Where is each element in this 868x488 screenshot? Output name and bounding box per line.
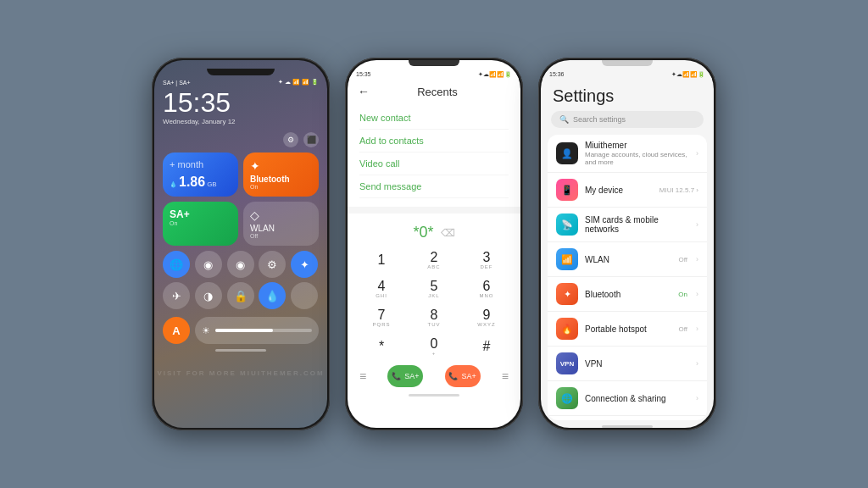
dial-num-3: 3 — [483, 251, 491, 264]
bluetooth-settings-content: Bluetooth — [585, 290, 671, 299]
recent-new-contact[interactable]: New contact — [359, 107, 509, 130]
phone1-brightness[interactable]: ☀ — [195, 317, 319, 344]
ctrl-lock[interactable]: 🔒 — [227, 282, 254, 309]
call-label-green: SA+ — [404, 372, 419, 380]
miuithemer-icon: 👤 — [556, 142, 578, 164]
phone3-home-indicator[interactable] — [602, 425, 653, 428]
recent-add-contacts[interactable]: Add to contacts — [359, 130, 509, 152]
dial-key-6[interactable]: 6 MNO — [461, 275, 512, 302]
recent-video-call[interactable]: Video call — [359, 152, 509, 175]
phone2-home-indicator[interactable] — [409, 394, 459, 396]
sim-icon: 📡 — [556, 214, 578, 236]
dial-key-2[interactable]: 2 ABC — [409, 247, 459, 274]
wlan-settings-content: WLAN — [585, 255, 671, 264]
wlan-settings-chevron: › — [696, 255, 698, 263]
ctrl-settings[interactable]: ⚙ — [259, 251, 286, 278]
phone2-display: *0* ⌫ — [348, 219, 520, 247]
watermark: VISIT FOR MORE MIUITHEMER.COM — [157, 369, 324, 377]
bluetooth-tile[interactable]: ✦ Bluetooth On — [243, 152, 319, 197]
dial-key-star[interactable]: * — [356, 333, 407, 360]
dial-extra-left[interactable]: ≡ — [359, 369, 366, 383]
data-tile-label: + month — [170, 159, 231, 169]
call-btn-green[interactable]: 📞 SA+ — [387, 365, 423, 387]
phone2-call-actions: ≡ 📞 SA+ 📞 SA+ ≡ — [348, 362, 520, 391]
phone3-notch — [602, 60, 653, 66]
ctrl-bt[interactable]: ✦ — [291, 251, 318, 278]
dial-key-0[interactable]: 0 + — [409, 333, 459, 360]
phone1-home-indicator[interactable] — [215, 349, 266, 352]
hotspot-name: Portable hotspot — [585, 324, 671, 334]
wlan-tile[interactable]: ◇ WLAN Off — [243, 202, 319, 246]
dial-num-9: 9 — [483, 308, 491, 322]
dial-num-star: * — [379, 340, 384, 353]
phone1-statusbar: SA+ | SA+ ✦ ☁ 📶 📶 🔋 — [163, 79, 319, 86]
settings-item-connection[interactable]: 🌐 Connection & sharing › — [548, 381, 707, 416]
dial-key-5[interactable]: 5 JKL — [409, 275, 459, 302]
settings-item-vpn[interactable]: VPN VPN › — [548, 347, 707, 381]
phone1-controls-row1: 🌐 ◉ ◉ ⚙ ✦ — [163, 251, 319, 278]
phone1-status-right: ✦ ☁ 📶 📶 🔋 — [278, 79, 319, 86]
phone2-icons: ✦☁📶📶🔋 — [478, 71, 512, 78]
phone-1: SA+ | SA+ ✦ ☁ 📶 📶 🔋 15:35 Wednesday, Jan… — [152, 58, 330, 430]
settings-item-miuithemer[interactable]: 👤 Miuithemer Manage accounts, cloud serv… — [548, 135, 707, 173]
phone1-avatar[interactable]: A — [163, 317, 190, 344]
hotspot-content: Portable hotspot — [585, 324, 671, 334]
data-tile[interactable]: + month 💧 1.86 GB — [163, 152, 238, 197]
bluetooth-tile-label: Bluetooth — [250, 175, 312, 184]
phone1-tiles: + month 💧 1.86 GB ✦ Bluetooth On — [163, 152, 319, 246]
ctrl-drop[interactable]: 💧 — [259, 282, 286, 309]
settings-item-hotspot[interactable]: 🔥 Portable hotspot Off › — [548, 312, 707, 347]
call-label-orange: SA+ — [461, 372, 476, 380]
call-icon-orange: 📞 — [448, 372, 458, 380]
settings-item-wallpaper[interactable]: 🖼 Wallpaper & personalization › — [548, 416, 707, 420]
phone-2: 15:35 ✦☁📶📶🔋 ← Recents New contact Add to… — [345, 58, 523, 430]
search-placeholder: Search settings — [573, 115, 626, 124]
ctrl-globe[interactable]: 🌐 — [163, 251, 190, 278]
miuithemer-sub: Manage accounts, cloud services, and mor… — [585, 151, 687, 166]
phone1-notch — [207, 69, 275, 75]
phone2-notch — [409, 60, 459, 66]
ctrl-location[interactable]: ◉ — [195, 251, 222, 278]
settings-item-mydevice[interactable]: 📱 My device MIUI 12.5.7 › — [548, 173, 707, 208]
settings-item-wlan[interactable]: 📶 WLAN Off › — [548, 242, 707, 277]
sim-chevron: › — [696, 220, 698, 229]
recent-send-message[interactable]: Send message — [359, 175, 509, 198]
dial-letters-9: WXYZ — [477, 322, 495, 327]
dial-num-2: 2 — [431, 251, 438, 264]
dial-key-3[interactable]: 3 DEF — [461, 247, 512, 274]
search-icon: 🔍 — [559, 115, 569, 124]
dial-key-hash[interactable]: # — [461, 333, 512, 360]
dial-num-7: 7 — [378, 308, 386, 322]
sim-name: SIM cards & mobile networks — [585, 215, 687, 234]
phone2-recents: New contact Add to contacts Video call S… — [348, 103, 520, 202]
phone1-status-left: SA+ | SA+ — [163, 80, 191, 86]
phone1-date: Wednesday, January 12 — [163, 118, 319, 125]
ctrl-night[interactable]: ◑ — [195, 282, 222, 309]
sa-plus-tile[interactable]: SA+ On — [163, 202, 238, 246]
phone3-search-bar[interactable]: 🔍 Search settings — [551, 111, 704, 128]
dial-key-7[interactable]: 7 PQRS — [356, 304, 407, 331]
ctrl-extra[interactable] — [291, 282, 318, 309]
data-tile-value: 💧 1.86 GB — [170, 175, 231, 190]
ctrl-airplane[interactable]: ✈ — [163, 282, 190, 309]
dial-num-0: 0 — [431, 337, 438, 351]
dial-key-9[interactable]: 9 WXYZ — [461, 304, 512, 331]
settings-item-sim[interactable]: 📡 SIM cards & mobile networks › — [548, 208, 707, 242]
dial-extra-right[interactable]: ≡ — [502, 369, 509, 383]
phone2-title: Recents — [376, 86, 498, 98]
settings-item-bluetooth[interactable]: ✦ Bluetooth On › — [548, 277, 707, 312]
dial-key-4[interactable]: 4 GHI — [356, 275, 407, 302]
camera-quick-icon[interactable]: ⬛ — [303, 132, 319, 147]
bluetooth-tile-icon: ✦ — [250, 159, 312, 173]
dial-key-1[interactable]: 1 — [356, 247, 407, 274]
mydevice-content: My device — [585, 186, 653, 195]
phone2-delete-icon[interactable]: ⌫ — [441, 227, 455, 239]
phone2-back-button[interactable]: ← — [358, 85, 370, 98]
phones-container: SA+ | SA+ ✦ ☁ 📶 📶 🔋 15:35 Wednesday, Jan… — [152, 58, 716, 430]
dial-key-8[interactable]: 8 TUV — [409, 304, 459, 331]
phone1-quick-icons: ⚙ ⬛ — [163, 132, 319, 147]
call-btn-orange[interactable]: 📞 SA+ — [445, 365, 481, 387]
ctrl-rotate[interactable]: ◉ — [227, 251, 254, 278]
settings-quick-icon[interactable]: ⚙ — [283, 132, 298, 147]
bluetooth-settings-name: Bluetooth — [585, 290, 671, 299]
